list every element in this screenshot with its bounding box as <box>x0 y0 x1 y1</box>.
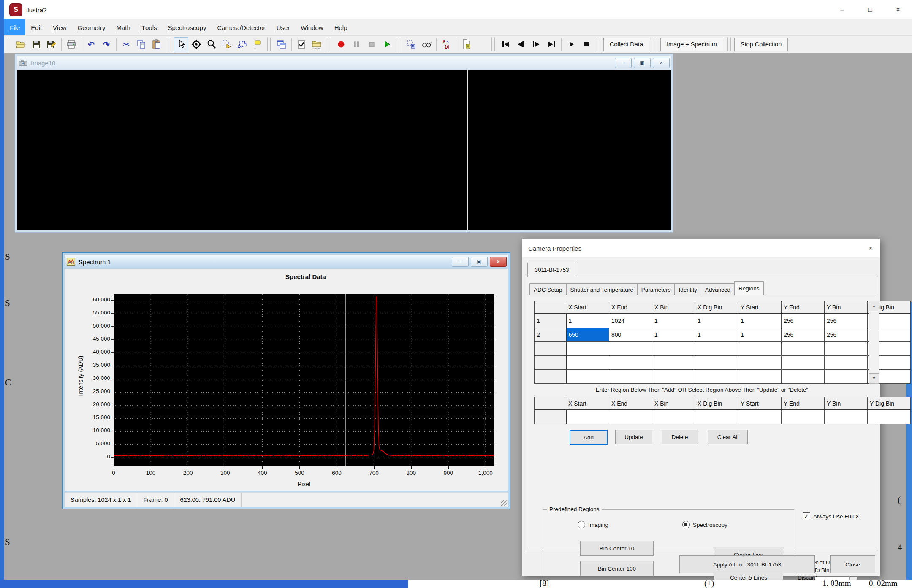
grid-cell[interactable]: 1024 <box>609 314 652 328</box>
grid-cell[interactable] <box>695 342 738 356</box>
menu-spectroscopy[interactable]: Spectroscopy <box>163 19 212 35</box>
grid-cell[interactable] <box>782 410 825 424</box>
stop-collection-button[interactable]: Stop Collection <box>734 38 788 51</box>
menu-window[interactable]: Window <box>295 19 328 35</box>
grid-cell[interactable] <box>609 410 652 424</box>
menu-edit[interactable]: Edit <box>25 19 47 35</box>
minimize-icon[interactable]: – <box>452 257 469 267</box>
menu-geometry[interactable]: Geometry <box>72 19 111 35</box>
menu-tools[interactable]: Tools <box>136 19 163 35</box>
grid-cell[interactable] <box>738 410 782 424</box>
grid-cell[interactable] <box>738 356 782 370</box>
play-icon[interactable] <box>380 37 394 51</box>
scroll-down-icon[interactable]: ▼ <box>869 373 879 383</box>
restore-icon[interactable]: ▣ <box>634 58 651 68</box>
grid-cell[interactable] <box>609 370 652 384</box>
grid-cell[interactable]: 1 <box>652 314 695 328</box>
grid-cell[interactable] <box>738 342 782 356</box>
grid-col-header[interactable]: X Bin <box>652 301 695 314</box>
tab-advanced[interactable]: Advanced <box>701 283 735 295</box>
grid-col-header[interactable]: Y End <box>782 397 825 410</box>
image-spectrum-button[interactable]: Image + Spectrum <box>660 38 723 51</box>
dialog-titlebar[interactable]: Camera Properties × <box>522 239 880 257</box>
camera-id-tab[interactable]: 3011-BI-1753 <box>527 263 576 277</box>
stop-icon[interactable] <box>364 37 379 51</box>
menu-math[interactable]: Math <box>111 19 136 35</box>
grid-col-header[interactable]: Y End <box>782 301 825 314</box>
grid-cell[interactable] <box>652 410 695 424</box>
next-frame-icon[interactable] <box>529 37 543 51</box>
grid-cell[interactable] <box>782 342 825 356</box>
resize-image-icon[interactable] <box>404 37 418 51</box>
dialog-close-icon[interactable]: × <box>861 239 880 257</box>
grid-col-header[interactable]: X Start <box>566 397 609 410</box>
print-icon[interactable] <box>64 37 79 51</box>
tab-regions[interactable]: Regions <box>734 281 764 295</box>
imaging-radio-icon[interactable] <box>578 521 585 528</box>
pan-icon[interactable] <box>189 37 204 51</box>
imaging-radio[interactable]: Imaging <box>578 521 608 528</box>
row-header[interactable] <box>535 370 566 384</box>
copy-icon[interactable] <box>134 37 149 51</box>
grid-cell[interactable]: 1 <box>738 314 782 328</box>
menu-help[interactable]: Help <box>329 19 353 35</box>
row-header[interactable]: 1 <box>535 314 566 328</box>
select-region-icon[interactable] <box>220 37 234 51</box>
polygon-select-icon[interactable] <box>235 37 249 51</box>
last-frame-icon[interactable] <box>544 37 559 51</box>
grid-cell[interactable] <box>868 410 911 424</box>
grid-col-header[interactable]: X Bin <box>652 397 695 410</box>
undo-icon[interactable]: ↶ <box>84 37 98 51</box>
bin-center-100-button[interactable]: Bin Center 100 <box>580 561 654 576</box>
save-icon[interactable] <box>29 37 43 51</box>
grid-cell[interactable] <box>825 356 868 370</box>
spectroscopy-radio[interactable]: Spectroscopy <box>682 521 727 528</box>
close-icon[interactable]: × <box>653 58 670 68</box>
grid-col-header[interactable]: X Dig Bin <box>695 397 738 410</box>
always-use-full-x-checkbox[interactable]: ✓ Always Use Full X <box>803 512 859 520</box>
grid-cell[interactable]: 1 <box>738 328 782 342</box>
spectrum-window-titlebar[interactable]: Spectrum 1 –▣× <box>65 255 508 269</box>
grid-cell[interactable] <box>825 410 868 424</box>
grid-col-header[interactable]: X Dig Bin <box>695 301 738 314</box>
redo-icon[interactable]: ↷ <box>99 37 114 51</box>
menu-user[interactable]: User <box>271 19 296 35</box>
resize-grip[interactable] <box>501 500 507 506</box>
grid-cell[interactable] <box>782 356 825 370</box>
grid-cell[interactable] <box>782 370 825 384</box>
grid-cell[interactable] <box>609 356 652 370</box>
grid-cell[interactable] <box>695 356 738 370</box>
previous-frame-icon[interactable] <box>514 37 528 51</box>
binary-data-icon[interactable]: 10101 <box>309 37 324 51</box>
grid-col-header[interactable] <box>535 301 566 314</box>
grid-cell[interactable] <box>652 342 695 356</box>
grid-cell[interactable] <box>566 370 609 384</box>
play-sequence-icon[interactable] <box>564 37 578 51</box>
pause-icon[interactable] <box>349 37 364 51</box>
grid-cell[interactable]: 256 <box>825 314 868 328</box>
grid-cell[interactable] <box>825 342 868 356</box>
grid-cell[interactable]: 1 <box>695 314 738 328</box>
grid-cell[interactable]: 256 <box>782 328 825 342</box>
minimize-icon[interactable]: – <box>615 58 632 68</box>
grid-cell[interactable]: 800 <box>609 328 652 342</box>
bin-center-10-button[interactable]: Bin Center 10 <box>580 541 654 556</box>
row-header[interactable] <box>535 342 566 356</box>
open-icon[interactable] <box>14 37 28 51</box>
grid-cell[interactable] <box>566 410 609 424</box>
grid-col-header[interactable]: X Start <box>566 301 609 314</box>
restore-icon[interactable]: ▣ <box>471 257 488 267</box>
grid-cell[interactable]: 256 <box>825 328 868 342</box>
tab-shutter-and-temperature[interactable]: Shutter and Temperature <box>566 283 638 295</box>
menu-file[interactable]: File <box>4 19 25 35</box>
grid-col-header[interactable]: Y Bin <box>825 397 868 410</box>
grid-cell[interactable]: 1 <box>566 314 609 328</box>
tab-parameters[interactable]: Parameters <box>637 283 675 295</box>
grid-cell[interactable] <box>825 370 868 384</box>
maximize-button[interactable]: □ <box>856 0 884 19</box>
close-button-dialog[interactable]: Close <box>830 555 875 573</box>
grid-cell[interactable] <box>738 370 782 384</box>
grid-col-header[interactable]: Y Start <box>738 397 782 410</box>
grid-cell[interactable] <box>695 410 738 424</box>
apply-all-button[interactable]: Apply All To : 3011-BI-1753 <box>679 555 815 573</box>
